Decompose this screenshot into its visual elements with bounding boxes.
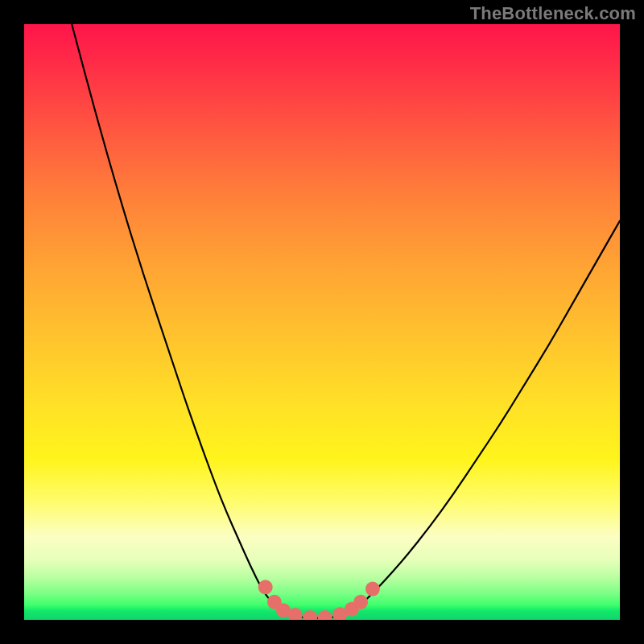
chart-frame: TheBottleneck.com: [0, 0, 644, 644]
plot-area: [24, 24, 620, 620]
valley-marker: [318, 610, 332, 620]
bottleneck-curve: [72, 24, 620, 618]
valley-marker: [353, 595, 368, 609]
valley-marker: [258, 580, 273, 594]
curve-svg: [24, 24, 620, 620]
valley-marker: [303, 610, 317, 620]
valley-markers: [258, 580, 380, 620]
valley-marker: [365, 582, 380, 597]
watermark-text: TheBottleneck.com: [470, 3, 636, 24]
